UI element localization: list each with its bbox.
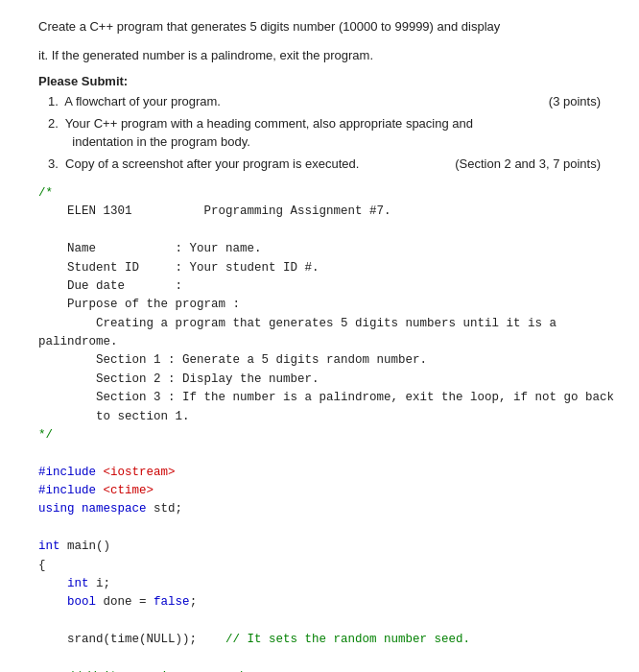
code-creating: Creating a program that generates 5 digi… xyxy=(38,315,601,333)
code-line-blank3 xyxy=(38,519,601,538)
list-item-text-2: 2. Your C++ program with a heading comme… xyxy=(48,114,581,152)
code-name: Name : Your name. xyxy=(38,240,601,258)
code-open-brace: { xyxy=(38,557,601,575)
code-bool-done: bool done = false; xyxy=(38,593,601,612)
code-palindrome: palindrome. xyxy=(38,333,601,351)
code-include-ctime: #include <ctime> xyxy=(38,482,601,500)
code-line-blank xyxy=(38,222,601,240)
code-block: /* ELEN 1301 Programming Assignment #7. … xyxy=(38,184,601,672)
submit-section: Please Submit: 1. A flowchart of your pr… xyxy=(38,74,601,173)
code-purpose: Purpose of the program : xyxy=(38,296,601,314)
list-item: 1. A flowchart of your program. (3 point… xyxy=(48,92,601,111)
code-comment-close: */ xyxy=(38,426,601,444)
code-int-main: int main() xyxy=(38,538,601,556)
code-include-iostream: #include <iostream> xyxy=(38,464,601,482)
code-comment-open: /* xyxy=(38,184,601,203)
code-section3b: to section 1. xyxy=(38,408,601,426)
code-using: using namespace std; xyxy=(38,500,601,518)
code-int-i: int i; xyxy=(38,575,601,593)
list-item-points-3: (Section 2 and 3, 7 points) xyxy=(455,155,601,174)
code-write-comment: // Write a main program here. xyxy=(38,668,601,672)
submit-list: 1. A flowchart of your program. (3 point… xyxy=(38,92,601,173)
page-container: Create a C++ program that generates 5 di… xyxy=(0,0,639,672)
list-item: 3. Copy of a screenshot after your progr… xyxy=(48,155,601,174)
code-section1: Section 1 : Generate a 5 digits random n… xyxy=(38,351,601,370)
code-studentid: Student ID : Your student ID #. xyxy=(38,259,601,277)
code-line: ELEN 1301 Programming Assignment #7. xyxy=(38,203,601,221)
code-line-blank4 xyxy=(38,612,601,631)
code-section3a: Section 3 : If the number is a palindrom… xyxy=(38,389,601,407)
list-item-text-3: 3. Copy of a screenshot after your progr… xyxy=(48,155,436,174)
submit-title: Please Submit: xyxy=(38,74,601,88)
code-line-blank5 xyxy=(38,649,601,667)
intro-line1: Create a C++ program that generates 5 di… xyxy=(38,17,601,36)
code-section2: Section 2 : Display the number. xyxy=(38,371,601,389)
code-duedate: Due date : xyxy=(38,277,601,296)
list-item-points-1: (3 points) xyxy=(549,92,601,111)
list-item: 2. Your C++ program with a heading comme… xyxy=(48,114,601,152)
code-srand: srand(time(NULL)); // It sets the random… xyxy=(38,631,601,649)
intro-line2: it. If the generated number is a palindr… xyxy=(38,46,601,65)
code-line-blank2 xyxy=(38,444,601,463)
list-item-text-1: 1. A flowchart of your program. xyxy=(48,92,530,111)
